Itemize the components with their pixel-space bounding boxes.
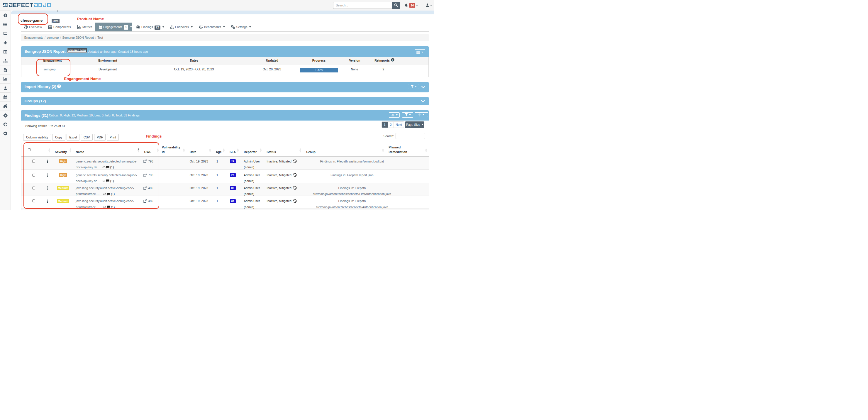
svg-text:?: ? <box>58 85 60 88</box>
svg-text:?: ? <box>392 59 394 61</box>
